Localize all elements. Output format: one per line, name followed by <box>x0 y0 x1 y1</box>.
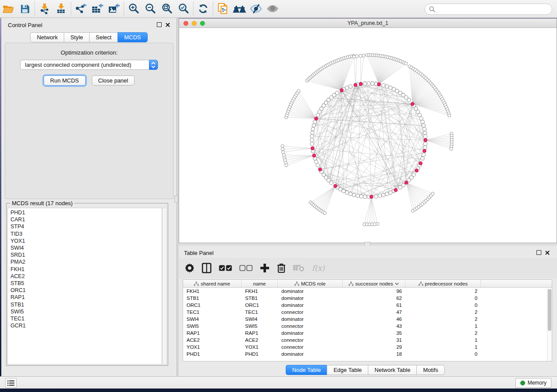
tab-edge-table[interactable]: Edge Table <box>327 365 368 375</box>
network-hub-node[interactable] <box>354 83 357 87</box>
network-node[interactable] <box>423 131 427 134</box>
network-node[interactable] <box>315 160 318 164</box>
table-cell[interactable]: connector <box>278 309 343 315</box>
network-hub-node[interactable] <box>424 138 427 142</box>
table-cell[interactable]: STB1 <box>242 296 278 301</box>
table-row[interactable]: FKH1FKH1dominator962 <box>183 288 552 295</box>
network-node[interactable] <box>367 82 370 85</box>
table-cell[interactable]: 43 <box>343 323 405 329</box>
table-cell[interactable]: ACE2 <box>242 337 278 343</box>
close-window-icon[interactable] <box>183 21 188 26</box>
network-node[interactable] <box>378 194 381 197</box>
network-node[interactable] <box>422 153 425 156</box>
refresh-icon[interactable] <box>195 1 211 16</box>
tab-select[interactable]: Select <box>89 32 118 42</box>
table-cell[interactable]: ORC1 <box>242 303 278 308</box>
network-node[interactable] <box>362 54 365 57</box>
network-node[interactable] <box>376 222 379 225</box>
table-cell[interactable]: 96 <box>343 289 405 294</box>
deselect-all-icon[interactable] <box>239 265 253 271</box>
mcds-result-item[interactable]: PHD1 <box>8 209 162 216</box>
table-cell[interactable]: SWI4 <box>242 316 278 322</box>
tab-network-table[interactable]: Network Table <box>368 365 416 375</box>
network-node[interactable] <box>345 86 349 89</box>
network-node[interactable] <box>418 113 421 117</box>
network-hub-node[interactable] <box>318 168 322 171</box>
network-node[interactable] <box>381 193 385 196</box>
network-node[interactable] <box>363 195 367 199</box>
table-row[interactable]: ACE2ACE2connector311 <box>183 337 552 344</box>
search-input[interactable] <box>436 6 545 13</box>
table-cell[interactable]: TEC1 <box>183 309 242 315</box>
mcds-result-item[interactable]: STB5 <box>8 280 162 287</box>
table-cell[interactable]: ORC1 <box>183 303 242 308</box>
close-panel-icon[interactable] <box>545 250 550 255</box>
table-cell[interactable]: YOX1 <box>183 344 242 350</box>
maximize-window-icon[interactable] <box>200 21 205 26</box>
network-node[interactable] <box>311 131 314 134</box>
mcds-result-item[interactable]: ACE2 <box>8 273 162 280</box>
export-table-icon[interactable] <box>89 1 106 16</box>
network-node[interactable] <box>323 212 326 215</box>
binoculars-icon[interactable] <box>231 1 248 16</box>
mcds-result-item[interactable]: TID3 <box>8 230 162 237</box>
table-row[interactable]: STB1STB1dominator620 <box>183 295 552 302</box>
network-node[interactable] <box>450 147 453 150</box>
table-cell[interactable]: 2 <box>405 330 481 336</box>
network-node[interactable] <box>281 144 284 148</box>
zoom-fit-icon[interactable] <box>159 1 175 16</box>
network-node[interactable] <box>421 157 424 160</box>
network-node[interactable] <box>312 124 315 127</box>
table-row[interactable]: SWI5SWI5connector431 <box>183 323 552 330</box>
network-canvas[interactable] <box>179 28 557 243</box>
mcds-result-item[interactable]: GCR1 <box>8 322 162 329</box>
network-node[interactable] <box>285 164 288 167</box>
table-row[interactable]: YOX1YOX1connector291 <box>183 344 552 351</box>
network-node[interactable] <box>281 148 284 151</box>
mcds-result-scrollbar[interactable] <box>162 208 167 364</box>
network-hub-node[interactable] <box>315 117 318 120</box>
mcds-result-item[interactable]: FKH1 <box>8 266 162 273</box>
network-hub-node[interactable] <box>370 195 373 199</box>
settings-gear-icon[interactable] <box>185 263 194 273</box>
network-node[interactable] <box>349 85 352 88</box>
mcds-result-item[interactable]: SWI5 <box>8 308 162 315</box>
table-cell[interactable]: 62 <box>343 296 405 301</box>
table-cell[interactable]: ACE2 <box>183 337 242 343</box>
minimize-window-icon[interactable] <box>192 21 197 26</box>
zoom-in-icon[interactable] <box>125 1 142 16</box>
tab-style[interactable]: Style <box>64 32 89 42</box>
tab-motifs[interactable]: Motifs <box>416 365 445 375</box>
columns-icon[interactable] <box>202 263 211 273</box>
mcds-result-item[interactable]: CAR1 <box>8 216 162 223</box>
network-node[interactable] <box>345 191 349 194</box>
network-hub-node[interactable] <box>394 188 398 192</box>
network-node[interactable] <box>385 85 389 88</box>
table-cell[interactable]: connector <box>278 323 343 329</box>
mcds-result-item[interactable]: ORC1 <box>8 287 162 294</box>
table-cell[interactable]: 35 <box>343 330 405 336</box>
network-node[interactable] <box>419 117 423 120</box>
zoom-out-icon[interactable] <box>142 1 159 16</box>
network-node[interactable] <box>353 55 356 58</box>
network-node[interactable] <box>355 55 358 58</box>
table-cell[interactable]: FKH1 <box>242 289 278 294</box>
mcds-result-item[interactable]: PMA2 <box>8 258 162 265</box>
table-row[interactable]: TEC1TEC1connector472 <box>183 309 552 316</box>
export-image-icon[interactable] <box>106 1 122 16</box>
network-node[interactable] <box>360 195 363 198</box>
tab-network[interactable]: Network <box>30 32 64 42</box>
mcds-result-item[interactable]: SRD1 <box>8 251 162 258</box>
network-node[interactable] <box>310 142 314 145</box>
network-hub-node[interactable] <box>312 154 316 157</box>
table-cell[interactable]: 29 <box>343 344 405 350</box>
network-node[interactable] <box>356 194 359 197</box>
network-node[interactable] <box>423 146 427 149</box>
table-cell[interactable]: 61 <box>343 303 405 308</box>
mcds-result-item[interactable]: RAP1 <box>8 294 162 301</box>
network-node[interactable] <box>352 193 356 196</box>
network-node[interactable] <box>405 62 408 65</box>
table-cell[interactable]: 2 <box>405 309 481 315</box>
network-node[interactable] <box>363 82 367 85</box>
delete-column-icon[interactable] <box>277 263 286 273</box>
